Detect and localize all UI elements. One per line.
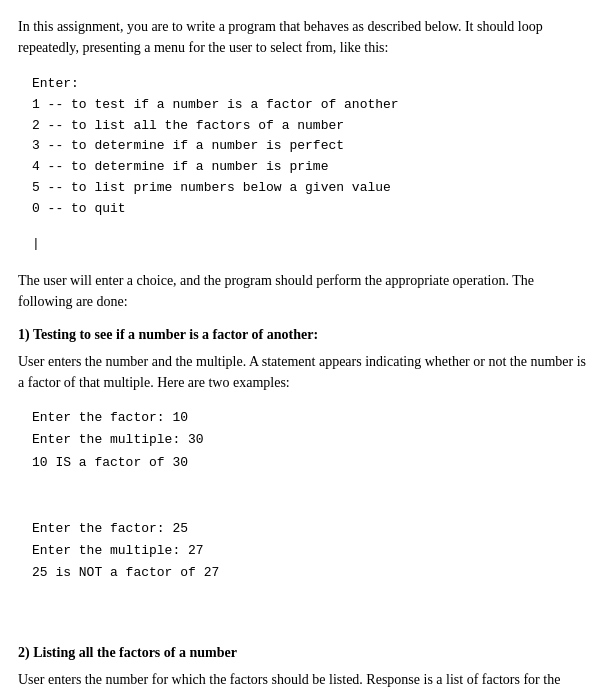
menu-item-0: 0 -- to quit [32, 199, 575, 220]
section1-ex2-line1: Enter the factor: 25 [32, 518, 575, 540]
section1-body: User enters the number and the multiple.… [18, 351, 589, 393]
section1-ex1-line2: Enter the multiple: 30 [32, 429, 575, 451]
menu-item-1: 1 -- to test if a number is a factor of … [32, 95, 575, 116]
menu-item-2: 2 -- to list all the factors of a number [32, 116, 575, 137]
section1-ex1-line1: Enter the factor: 10 [32, 407, 575, 429]
section1-example2: Enter the factor: 25 Enter the multiple:… [18, 512, 589, 590]
section1-example1: Enter the factor: 10 Enter the multiple:… [18, 401, 589, 479]
transition-paragraph: The user will enter a choice, and the pr… [18, 270, 589, 312]
section2-body: User enters the number for which the fac… [18, 669, 589, 694]
menu-item-4: 4 -- to determine if a number is prime [32, 157, 575, 178]
section1-ex2-line2: Enter the multiple: 27 [32, 540, 575, 562]
menu-item-5: 5 -- to list prime numbers below a given… [32, 178, 575, 199]
menu-item-3: 3 -- to determine if a number is perfect [32, 136, 575, 157]
section1-ex1-line3: 10 IS a factor of 30 [32, 452, 575, 474]
section1-ex2-line3: 25 is NOT a factor of 27 [32, 562, 575, 584]
menu-cursor: | [18, 234, 589, 255]
menu-label: Enter: [32, 74, 575, 95]
menu-code-block: Enter: 1 -- to test if a number is a fac… [18, 68, 589, 226]
intro-paragraph: In this assignment, you are to write a p… [18, 16, 589, 58]
section1-heading: 1) Testing to see if a number is a facto… [18, 324, 589, 345]
section2-heading: 2) Listing all the factors of a number [18, 642, 589, 663]
